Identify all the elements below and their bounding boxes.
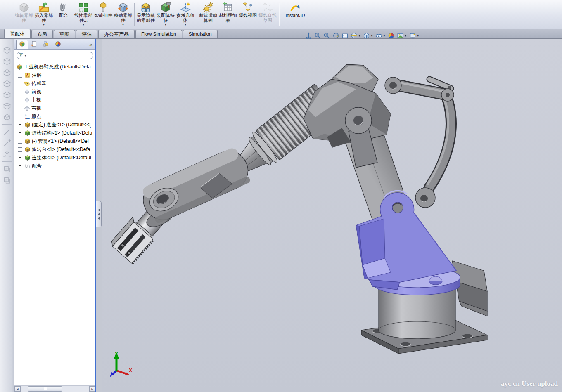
apply-scene-icon[interactable]: ▼ [396, 32, 408, 40]
explode-line-sketch-icon [262, 2, 273, 13]
pan-icon[interactable] [341, 32, 349, 40]
dropdown-caret-icon[interactable]: ▼ [43, 23, 45, 26]
move-component-button[interactable]: 移动零部件 ▼ [113, 1, 133, 28]
show-hidden-components-button[interactable]: 显示隐藏的零部件 [136, 1, 156, 28]
splitter-collapse-handle[interactable] [96, 201, 102, 227]
view-settings-icon[interactable]: ▼ [409, 32, 420, 40]
expand-icon[interactable] [18, 131, 22, 135]
edit-appearance-icon[interactable] [387, 32, 395, 40]
filter-caret-icon[interactable]: ▼ [24, 54, 27, 57]
assembly-features-icon [160, 2, 171, 13]
tree-item-label: 连接体<1> (Default<Defaul [32, 154, 91, 161]
bill-of-materials-button[interactable]: 材料明细表 [218, 1, 238, 28]
tree-item-label: (固定) 底座<1> (Default<<[ [32, 121, 91, 128]
expand-icon[interactable] [18, 73, 22, 78]
expand-icon[interactable] [18, 164, 22, 168]
disc-dome[interactable] [429, 276, 442, 285]
expand-icon[interactable] [18, 139, 22, 144]
dropdown-caret-icon[interactable]: ▼ [370, 34, 373, 37]
sketch-icon [3, 126, 11, 137]
feature-tree: 工业机器臂总成 (Default<Defa注解传感器前视上视右视原点(固定) 底… [14, 61, 95, 385]
panel-horizontal-scrollbar[interactable]: ◄ ► [14, 385, 95, 392]
toolbar-separator [279, 3, 279, 26]
tree-item-top-plane[interactable]: 上视 [14, 96, 95, 104]
tab-sketch[interactable]: 草图 [54, 30, 75, 38]
panel-tab-bar: » [14, 39, 95, 50]
assembly-features-button[interactable]: 装配体特征 ▼ [156, 1, 175, 28]
scrollbar-thumb[interactable] [28, 386, 62, 392]
panel-tab-overflow[interactable]: » [89, 42, 94, 49]
insert-components-button[interactable]: 插入零部件 ▼ [34, 1, 54, 28]
section-view-icon[interactable]: ▼ [350, 32, 361, 40]
dropdown-caret-icon[interactable]: ▼ [404, 34, 407, 37]
paste-appearance-icon [3, 175, 11, 186]
configurationmanager-tab[interactable] [40, 40, 52, 49]
tab-simulation[interactable]: Simulation [183, 30, 218, 38]
part-yellow-icon [24, 138, 31, 144]
expand-icon[interactable] [18, 147, 22, 152]
dropdown-caret-icon[interactable]: ▼ [122, 23, 125, 26]
scroll-right-button[interactable]: ► [89, 386, 95, 392]
tree-item-annotations[interactable]: 注解 [14, 71, 95, 79]
tab-office-products[interactable]: 办公室产品 [98, 30, 135, 38]
zoom-in-out-icon[interactable] [323, 32, 331, 40]
command-manager-toolbar: 编辑零部件 插入零部件 ▼ 配合 线性零部件... ▼ 智能扣件 移动零部件 ▼… [0, 0, 562, 29]
tree-item-front-plane[interactable]: 前视 [14, 87, 95, 96]
dropdown-caret-icon[interactable]: ▼ [184, 23, 187, 26]
instant3d-button[interactable]: Instant3D [280, 1, 310, 28]
tree-item-label: 传感器 [31, 80, 46, 87]
expand-icon[interactable] [18, 156, 22, 160]
displaymanager-tab[interactable] [52, 40, 64, 49]
dropdown-caret-icon[interactable]: ▼ [164, 23, 167, 26]
tree-item-component-weld-gun[interactable]: 焊枪结构<1> (Default<Defa [14, 129, 95, 137]
linear-component-pattern-button[interactable]: 线性零部件... ▼ [74, 1, 93, 28]
panel-splitter[interactable] [96, 39, 102, 392]
dropdown-caret-icon[interactable]: ▼ [383, 34, 386, 37]
dropdown-caret-icon[interactable]: ▼ [358, 34, 361, 37]
tree-item-assembly-root[interactable]: 工业机器臂总成 (Default<Defa [14, 63, 95, 71]
reference-geometry-label: 参考几何体 [175, 13, 195, 23]
graphics-viewport[interactable]: Y X ayc.cn User upload [102, 39, 562, 392]
plane-icon [24, 105, 30, 111]
propertymanager-tab[interactable] [28, 40, 40, 49]
expand-icon[interactable] [18, 123, 22, 127]
tab-assembly[interactable]: 装配体 [4, 29, 31, 38]
display-style-icon[interactable]: ▼ [363, 32, 374, 40]
curved-link-lug[interactable] [415, 188, 435, 208]
zoom-to-fit-icon[interactable] [305, 32, 313, 40]
exploded-view-button[interactable]: 爆炸视图 [238, 1, 258, 28]
zoom-to-area-icon[interactable] [314, 32, 322, 40]
scroll-left-button[interactable]: ◄ [14, 386, 21, 392]
tree-item-label: 焊枪结构<1> (Default<Defa [32, 130, 92, 137]
tree-filter-input[interactable]: ▼ [17, 52, 93, 59]
tree-item-component-connector[interactable]: 连接体<1> (Default<Defaul [14, 153, 95, 162]
tree-item-right-plane[interactable]: 右视 [14, 104, 95, 112]
robot-arm-model [102, 39, 562, 392]
3d-sketch-icon [3, 137, 11, 149]
reference-geometry-button[interactable]: 参考几何体 ▼ [175, 1, 195, 28]
smart-fasteners-button[interactable]: 智能扣件 [93, 1, 113, 28]
tree-item-mates[interactable]: 配合 [14, 162, 95, 170]
forearm[interactable] [133, 145, 255, 230]
assembly-features-label: 装配体特征 [156, 13, 175, 23]
tree-item-component-turntable[interactable]: 旋转台<1> (Default<<Defa [14, 145, 95, 153]
plane-icon [24, 88, 30, 95]
featuremanager-tab[interactable] [16, 40, 28, 49]
tab-layout[interactable]: 布局 [31, 30, 53, 38]
propertymanager-icon [31, 41, 37, 49]
tree-item-origin[interactable]: 原点 [14, 112, 95, 120]
hide-show-items-icon[interactable]: ▼ [375, 32, 386, 40]
curved-link[interactable] [426, 97, 451, 196]
dropdown-caret-icon[interactable]: ▼ [417, 34, 420, 37]
dropdown-caret-icon[interactable]: ▼ [82, 23, 85, 26]
toolbar-separator [134, 3, 135, 26]
rotate-view-icon[interactable] [332, 32, 340, 40]
new-motion-study-button[interactable]: 新建运动算例 [198, 1, 218, 28]
tree-item-component-base[interactable]: (固定) 底座<1> (Default<<[ [14, 120, 95, 129]
tree-item-sensors[interactable]: 传感器 [14, 79, 95, 87]
tab-flow-simulation[interactable]: Flow Simulation [135, 30, 182, 38]
mate-button[interactable]: 配合 [54, 1, 74, 28]
bill-of-materials-icon [223, 2, 233, 13]
tab-evaluate[interactable]: 评估 [76, 30, 97, 38]
tree-item-component-sleeve[interactable]: (-) 套筒<1> (Default<<Def [14, 137, 95, 145]
